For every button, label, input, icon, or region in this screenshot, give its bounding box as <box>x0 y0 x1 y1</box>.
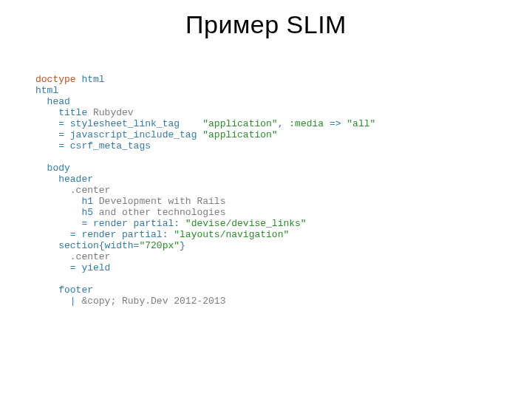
code-tag: h5 <box>35 207 93 218</box>
code-line: section{width= <box>35 240 139 251</box>
code-string: "layouts/navigation" <box>174 229 289 240</box>
code-line: = yield <box>35 262 110 273</box>
code-text: and other technologies <box>93 207 225 218</box>
code-text: html <box>76 74 105 85</box>
code-string: "application" <box>202 129 277 140</box>
code-text: &copy; Ruby.Dev 2012-2013 <box>76 296 226 307</box>
code-text: } <box>180 240 185 251</box>
code-line: = stylesheet_link_tag <box>35 118 202 129</box>
code-text: , <box>278 118 290 129</box>
code-line: footer <box>35 284 93 296</box>
code-string: "720px" <box>139 240 180 251</box>
code-line: = javascript_include_tag <box>35 129 202 140</box>
code-class: .center <box>35 185 110 196</box>
code-line: = render partial: <box>35 229 174 240</box>
code-line: header <box>35 174 93 185</box>
code-string: "all" <box>347 118 375 129</box>
code-class: .center <box>35 251 110 262</box>
slim-code-example: doctype html html head title Rubydev = s… <box>35 74 375 307</box>
code-text: Development with Rails <box>93 196 225 207</box>
code-string: "application" <box>202 118 277 129</box>
code-pipe: | <box>35 296 76 307</box>
slide-title: Пример SLIM <box>0 10 532 39</box>
code-tag: title <box>35 107 87 118</box>
code-symbol: :media <box>289 118 324 129</box>
code-kw: doctype <box>35 74 76 85</box>
code-line: html <box>35 85 58 96</box>
code-text: Rubydev <box>87 107 133 118</box>
code-string: "devise/devise_links" <box>185 218 307 229</box>
code-line: body <box>35 163 70 174</box>
code-text: => <box>324 118 347 129</box>
code-line: = render partial: <box>35 218 185 229</box>
code-line: = csrf_meta_tags <box>35 140 151 151</box>
code-tag: h1 <box>35 196 93 207</box>
code-line: head <box>35 96 70 107</box>
